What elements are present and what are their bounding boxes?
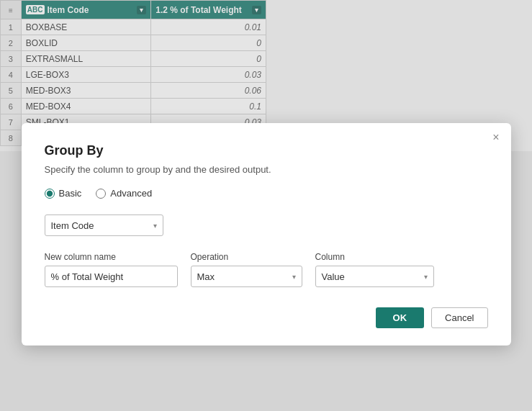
- operation-arrow-icon: ▾: [292, 273, 296, 281]
- ok-button[interactable]: OK: [376, 307, 425, 328]
- operation-label: Operation: [191, 252, 302, 262]
- operation-select[interactable]: Max ▾: [191, 266, 302, 287]
- radio-basic-text: Basic: [59, 188, 82, 199]
- operation-value: Max: [197, 271, 215, 282]
- radio-advanced-text: Advanced: [110, 188, 152, 199]
- form-row: New column name Operation Max ▾ Column V…: [45, 252, 488, 287]
- dialog-subtitle: Specify the column to group by and the d…: [45, 164, 488, 175]
- cancel-button[interactable]: Cancel: [431, 307, 487, 328]
- new-column-field: New column name: [45, 252, 178, 287]
- column-value: Value: [322, 271, 345, 282]
- column-label: Column: [315, 252, 434, 262]
- dialog-footer: OK Cancel: [45, 307, 488, 328]
- column-arrow-icon: ▾: [424, 273, 428, 281]
- radio-basic[interactable]: [45, 189, 55, 199]
- dialog-title: Group By: [45, 143, 488, 158]
- dialog-overlay: × Group By Specify the column to group b…: [0, 0, 532, 411]
- radio-group: Basic Advanced: [45, 188, 488, 199]
- group-by-value: Item Code: [51, 220, 94, 231]
- radio-advanced[interactable]: [96, 189, 106, 199]
- group-by-dropdown[interactable]: Item Code ▾: [45, 214, 163, 236]
- new-column-input[interactable]: [45, 266, 178, 287]
- group-by-dialog: × Group By Specify the column to group b…: [22, 123, 511, 345]
- group-by-arrow-icon: ▾: [153, 222, 157, 230]
- column-field: Column Value ▾: [315, 252, 434, 287]
- radio-advanced-label[interactable]: Advanced: [96, 188, 152, 199]
- operation-field: Operation Max ▾: [191, 252, 302, 287]
- close-button[interactable]: ×: [492, 132, 499, 143]
- column-select[interactable]: Value ▾: [315, 266, 434, 287]
- radio-basic-label[interactable]: Basic: [45, 188, 82, 199]
- new-column-label: New column name: [45, 252, 178, 262]
